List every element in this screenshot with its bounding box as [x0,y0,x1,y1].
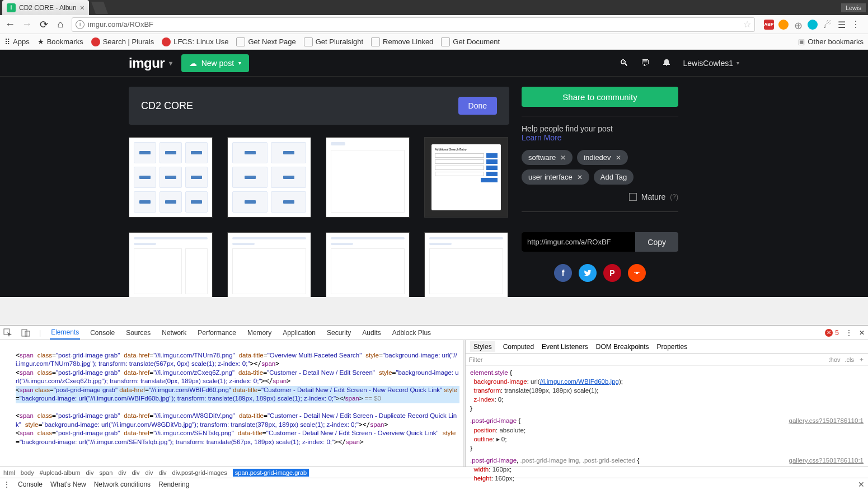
twitter-icon[interactable] [579,264,597,282]
bookmark-favicon [371,37,380,46]
bookmark-item[interactable]: Get Document [441,37,500,46]
tab-close-icon[interactable]: × [80,3,85,12]
extension-icon[interactable]: ⊕ [793,20,803,30]
extension-icon[interactable]: ☰ [837,20,847,30]
bookmark-item[interactable]: Get Pluralsight [304,37,363,46]
tag-chip[interactable]: indiedev✕ [577,150,627,165]
new-style-button[interactable]: ＋ [858,355,865,364]
done-button[interactable]: Done [458,97,497,115]
bookmark-item[interactable]: Get Next Page [236,37,295,46]
grid-thumbnail[interactable] [326,232,410,297]
event-listeners-tab[interactable]: Event Listeners [542,343,588,351]
apps-button[interactable]: ⠿ Apps [4,37,30,46]
devtools-tab-memory[interactable]: Memory [246,326,273,340]
svg-rect-5 [25,331,30,336]
learn-more-link[interactable]: Learn More [522,133,678,142]
bookmark-item[interactable]: Search | Plurals [91,37,154,46]
elements-tree[interactable]: <span class="post-grid-image grab" data-… [0,340,463,467]
site-info-icon[interactable]: i [76,20,85,29]
devtools-tab-performance[interactable]: Performance [196,326,237,340]
help-icon[interactable]: (?) [670,193,678,201]
drawer-tab-rendering[interactable]: Rendering [158,480,189,488]
share-button[interactable]: Share to community [522,87,678,107]
remove-tag-icon[interactable]: ✕ [616,154,621,162]
album-title[interactable]: CD2 CORE [141,100,193,112]
devtools-close-icon[interactable]: ✕ [859,329,865,337]
new-tab-button[interactable] [91,2,108,14]
devtools-tab-elements[interactable]: Elements [50,326,80,340]
devtools-tab-network[interactable]: Network [161,326,187,340]
chevron-down-icon[interactable]: ▾ [169,59,172,67]
bell-icon[interactable]: 🔔︎ [662,58,671,68]
checkbox-icon[interactable] [629,193,637,201]
devtools-tab-adblock[interactable]: Adblock Plus [391,326,432,340]
reload-icon[interactable]: ⟳ [38,18,49,31]
reddit-icon[interactable] [628,264,646,282]
browser-tab[interactable]: i CD2 CORE - Albun × [2,0,89,15]
grid-thumbnail[interactable] [129,232,213,297]
dom-breakpoints-tab[interactable]: DOM Breakpoints [596,343,649,351]
other-bookmarks-button[interactable]: ▣ Other bookmarks [798,37,864,46]
extension-icon[interactable]: ☄ [822,20,832,30]
devtools-tab-audits[interactable]: Audits [361,326,382,340]
sidebar: Share to community Help people find your… [522,87,678,297]
grid-thumbnail[interactable] [326,137,410,218]
abp-extension-icon[interactable]: ABP [764,20,774,30]
user-menu[interactable]: LewisCowles1 ▾ [683,59,739,68]
share-url-input[interactable] [522,232,635,252]
grid-thumbnail[interactable] [227,137,311,218]
pinterest-icon[interactable]: P [603,264,621,282]
search-icon[interactable]: 🔍︎ [620,58,628,68]
chat-icon[interactable]: 💬︎ [641,58,650,68]
home-icon[interactable]: ⌂ [55,18,66,30]
svg-point-2 [638,272,639,273]
remove-tag-icon[interactable]: ✕ [577,173,583,181]
drawer-menu-icon[interactable]: ⋮ [3,480,10,488]
copy-button[interactable]: Copy [635,232,678,252]
hov-toggle[interactable]: :hov [829,356,841,363]
inspect-element-icon[interactable] [3,328,12,337]
grid-thumbnail[interactable] [129,137,213,218]
mature-toggle[interactable]: Mature (?) [522,192,678,201]
url-bar[interactable]: i imgur.com/a/ROxBF ☆ [72,17,755,32]
tag-chip[interactable]: software✕ [522,150,573,165]
site-logo[interactable]: imgur ▾ [129,55,172,71]
browser-menu-icon[interactable]: ⋮ [851,19,860,30]
back-icon[interactable]: ← [4,18,16,30]
bookmark-item[interactable]: Remove Linked [371,37,433,46]
grid-thumbnail[interactable] [424,232,508,297]
devtools-tab-console[interactable]: Console [89,326,116,340]
devtools-tab-application[interactable]: Application [281,326,317,340]
styles-tab[interactable]: Styles [470,341,495,352]
computed-tab[interactable]: Computed [503,343,534,351]
drawer-tab-whatsnew[interactable]: What's New [50,480,86,488]
devtools-settings-icon[interactable]: ⋮ [846,329,852,337]
svg-point-0 [636,272,639,275]
grid-thumbnail[interactable]: Additional Search Entry [424,137,508,218]
remove-tag-icon[interactable]: ✕ [560,154,566,162]
facebook-icon[interactable]: f [554,264,572,282]
cls-toggle[interactable]: .cls [845,356,855,363]
new-post-button[interactable]: ☁ New post ▾ [181,54,249,72]
devtools-tab-security[interactable]: Security [326,326,352,340]
error-badge[interactable]: ✕5 [825,329,839,337]
extension-icon[interactable] [778,20,789,30]
styles-filter-input[interactable] [469,356,824,363]
grid-thumbnail[interactable] [227,232,311,297]
folder-icon: ▣ [798,37,805,46]
device-toolbar-icon[interactable] [21,328,30,337]
styles-rules[interactable]: element.style { background-image: url(//… [466,366,868,485]
drawer-tab-network-conditions[interactable]: Network conditions [94,480,151,488]
add-tag-button[interactable]: Add Tag [594,169,634,185]
devtools-tab-sources[interactable]: Sources [125,326,152,340]
bookmark-item[interactable]: LFCS: Linux Use [162,37,228,46]
profile-chip[interactable]: Lewis [841,3,866,12]
bookmark-item[interactable]: ★Bookmarks [37,37,83,46]
extension-icon[interactable] [808,20,818,30]
tag-chip[interactable]: user interface✕ [522,169,589,185]
properties-tab[interactable]: Properties [656,343,687,351]
drawer-close-icon[interactable]: ✕ [858,480,865,489]
copy-url-row: Copy [522,232,678,252]
bookmark-star-icon[interactable]: ☆ [743,19,751,30]
drawer-tab-console[interactable]: Console [18,480,43,488]
